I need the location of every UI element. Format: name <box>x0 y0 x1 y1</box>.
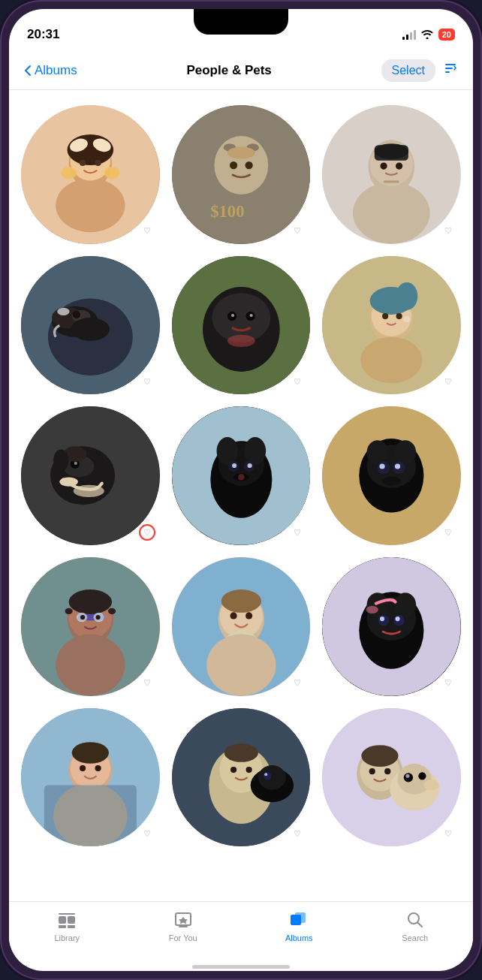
list-item[interactable]: $100 ♡ <box>172 105 311 244</box>
svg-point-71 <box>232 463 236 468</box>
photo-circle <box>21 708 160 847</box>
svg-rect-123 <box>44 785 137 846</box>
svg-point-40 <box>242 298 264 314</box>
tab-for-you-label: For You <box>169 933 197 942</box>
svg-point-109 <box>367 593 389 617</box>
svg-point-115 <box>366 606 378 614</box>
svg-point-16 <box>245 161 252 169</box>
svg-point-120 <box>80 765 86 771</box>
heart-button-5[interactable]: ♡ <box>289 373 306 390</box>
tab-library-label: Library <box>54 933 80 942</box>
heart-button-8[interactable]: ♡ <box>289 524 306 541</box>
svg-point-68 <box>244 437 266 465</box>
heart-button-12[interactable]: ♡ <box>440 675 456 692</box>
tab-albums-label: Albums <box>285 933 313 942</box>
list-item[interactable]: ♡ <box>172 708 311 847</box>
svg-point-102 <box>246 612 252 619</box>
svg-point-145 <box>424 779 440 790</box>
tab-search-label: Search <box>402 933 428 942</box>
heart-button-7[interactable]: ♡ <box>139 524 155 541</box>
tab-bar: Library For You <box>9 901 473 965</box>
home-indicator <box>9 965 473 971</box>
heart-button-3[interactable]: ♡ <box>440 223 456 240</box>
svg-point-63 <box>53 450 69 472</box>
phone-frame: 20:31 20 <box>0 0 482 980</box>
notch <box>194 9 288 35</box>
battery-badge: 20 <box>438 29 455 41</box>
back-button[interactable]: Albums <box>24 63 77 78</box>
list-item[interactable]: ♡ <box>21 708 160 847</box>
svg-point-114 <box>396 617 400 621</box>
list-item[interactable]: ♡ <box>172 406 311 545</box>
svg-point-12 <box>214 136 268 194</box>
svg-point-51 <box>382 313 388 319</box>
list-item[interactable]: ♡ <box>21 105 160 244</box>
heart-button-1[interactable]: ♡ <box>139 223 155 240</box>
svg-rect-148 <box>59 925 66 928</box>
heart-button-4[interactable]: ♡ <box>139 373 155 390</box>
photo-circle <box>21 406 160 545</box>
svg-point-34 <box>57 307 69 315</box>
svg-point-26 <box>375 143 408 159</box>
status-icons: 20 <box>402 29 455 41</box>
svg-point-10 <box>104 167 120 179</box>
svg-point-137 <box>362 745 399 767</box>
svg-text:$100: $100 <box>210 202 244 221</box>
list-item[interactable]: ♡ <box>21 256 160 395</box>
svg-point-39 <box>218 298 240 314</box>
photo-circle <box>322 406 461 545</box>
svg-rect-150 <box>59 913 75 915</box>
photo-circle <box>172 406 311 545</box>
svg-point-15 <box>230 161 237 169</box>
tab-library[interactable]: Library <box>9 909 125 942</box>
wifi-icon <box>420 29 434 41</box>
svg-point-90 <box>108 608 116 614</box>
photo-circle <box>172 557 311 696</box>
svg-rect-149 <box>68 925 75 928</box>
heart-button-10[interactable]: ♡ <box>139 675 155 692</box>
heart-button-2[interactable]: ♡ <box>289 223 306 240</box>
list-item[interactable]: ♡ <box>322 557 461 696</box>
sort-icon[interactable] <box>443 61 458 80</box>
tab-for-you[interactable]: For You <box>125 909 242 942</box>
heart-button-6[interactable]: ♡ <box>440 373 456 390</box>
heart-button-14[interactable]: ♡ <box>289 825 306 842</box>
photo-grid-area: ♡ $100 <box>9 90 473 901</box>
svg-point-7 <box>80 160 86 166</box>
svg-point-113 <box>380 617 384 621</box>
list-item[interactable]: ♡ <box>322 256 461 395</box>
library-icon <box>56 909 77 930</box>
heart-button-9[interactable]: ♡ <box>440 524 456 541</box>
svg-point-83 <box>395 464 400 469</box>
photo-grid: ♡ $100 <box>21 105 461 846</box>
tab-albums[interactable]: Albums <box>241 909 357 942</box>
list-item[interactable]: ♡ <box>322 105 461 244</box>
svg-point-43 <box>231 314 234 317</box>
list-item[interactable]: ♡ <box>172 256 311 395</box>
tab-search[interactable]: Search <box>357 909 474 942</box>
svg-rect-27 <box>384 181 399 183</box>
albums-icon <box>288 909 309 930</box>
photo-circle <box>322 708 461 847</box>
svg-rect-155 <box>292 916 300 924</box>
svg-rect-152 <box>179 926 188 927</box>
list-item[interactable]: ♡ <box>322 406 461 545</box>
list-item[interactable]: ♡ <box>322 708 461 847</box>
svg-point-61 <box>74 485 104 497</box>
svg-point-89 <box>65 608 72 614</box>
select-button[interactable]: Select <box>381 59 435 82</box>
heart-button-15[interactable]: ♡ <box>440 825 456 842</box>
svg-point-54 <box>361 336 423 383</box>
list-item[interactable]: ♡ <box>21 557 160 696</box>
photo-circle <box>172 708 311 847</box>
svg-point-82 <box>380 464 385 469</box>
list-item[interactable]: ♡ <box>21 406 160 545</box>
svg-point-131 <box>258 765 286 790</box>
heart-button-11[interactable]: ♡ <box>289 675 306 692</box>
svg-point-78 <box>367 440 389 465</box>
heart-button-13[interactable]: ♡ <box>139 825 155 842</box>
back-label: Albums <box>35 63 77 78</box>
list-item[interactable]: ♡ <box>172 557 311 696</box>
svg-point-88 <box>69 590 112 614</box>
search-icon <box>405 909 426 930</box>
